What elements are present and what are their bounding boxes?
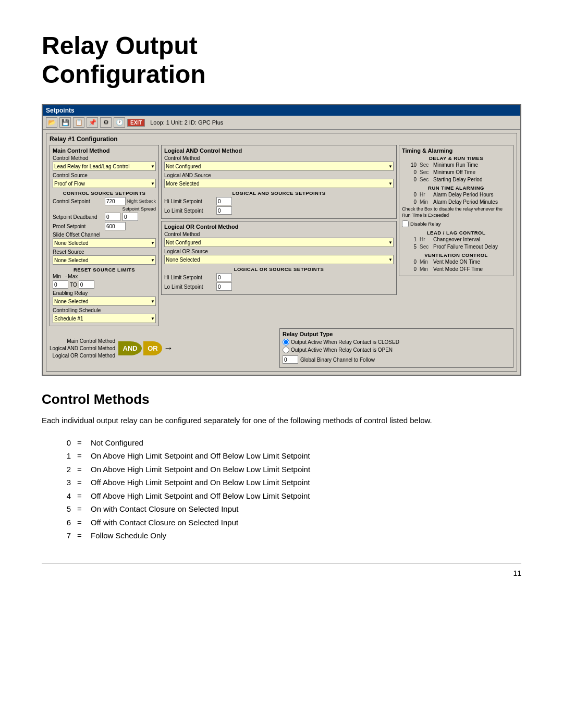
global-binary-input[interactable]	[283, 355, 298, 364]
toolbar-btn-save[interactable]: 💾	[59, 117, 71, 128]
exit-button[interactable]: EXIT	[127, 119, 145, 127]
control-method-select-wrapper[interactable]: Lead Relay for Lead/Lag Control	[53, 162, 156, 171]
setpoint-spread-label: Setpoint Spread	[53, 206, 156, 212]
or-source-select[interactable]: None Selected	[164, 255, 394, 264]
min-run-unit: Sec	[420, 162, 431, 168]
columns-row: Main Control Method Control Method Lead …	[50, 145, 513, 326]
setpoint-deadband-input[interactable]	[105, 213, 120, 221]
middle-column: Logical AND Control Method Control Metho…	[161, 145, 397, 295]
output-closed-radio[interactable]	[283, 339, 289, 346]
and-lo-label: Lo Limit Setpoint	[164, 208, 216, 214]
toolbar-btn-clock[interactable]: 🕐	[114, 117, 125, 128]
or-lo-limit-row: Lo Limit Setpoint	[164, 282, 394, 291]
proof-timeout-desc: Proof Failure Timeout Delay	[433, 244, 510, 250]
list-num-1: 1	[63, 449, 71, 463]
list-num-0: 0	[63, 436, 71, 450]
enabling-relay-select-wrapper[interactable]: None Selected	[53, 297, 156, 306]
proof-timeout-row: 5 Sec Proof Failure Timeout Delay	[402, 244, 510, 250]
or-control-method-select[interactable]: Not Configured	[164, 238, 394, 247]
and-lo-input[interactable]	[216, 206, 232, 215]
list-items: 0 = Not Configured 1 = On Above High Lim…	[63, 436, 521, 542]
slide-offset-label: Slide Offset Channel	[53, 232, 156, 238]
or-setpoints-title: LOGICAL OR SOURCE SETPOINTS	[164, 266, 394, 272]
and-source-select[interactable]: More Selected	[164, 179, 394, 188]
vent-on-unit: Min	[420, 259, 431, 265]
or-hi-label: Hi Limit Setpoint	[164, 275, 216, 280]
reset-source-label: Reset Source	[53, 249, 156, 255]
output-open-radio[interactable]	[283, 347, 289, 353]
alarm-hrs-desc: Alarm Delay Period Hours	[433, 192, 510, 198]
min-run-desc: Minimum Run Time	[433, 162, 510, 168]
control-method-select[interactable]: Lead Relay for Lead/Lag Control	[53, 162, 156, 171]
proof-setpoint-row: Proof Setpoint	[53, 222, 156, 230]
or-gate: OR	[143, 341, 162, 355]
alarm-min-row: 0 Min Alarm Delay Period Minutes	[402, 199, 510, 205]
list-num-6: 6	[63, 516, 71, 529]
disable-relay-row: Disable Relay	[402, 220, 510, 227]
list-item: 0 = Not Configured	[63, 436, 521, 450]
reset-min-input[interactable]	[53, 280, 68, 289]
and-control-method-select[interactable]: Not Configured	[164, 162, 394, 171]
arrow-right: →	[164, 343, 173, 354]
list-item: 4 = Off Above High Limit Setpoint and Of…	[63, 489, 521, 503]
setpoint-deadband-input2[interactable]	[123, 213, 138, 221]
setpoints-title: CONTROL SOURCE SETPOINTS	[53, 190, 156, 196]
logic-methods-labels: Main Control Method Logical AND Control …	[50, 338, 115, 359]
toolbar-loop-info: Loop: 1 Unit: 2 ID: GPC Plus	[150, 119, 223, 126]
app-window: Setpoints 📂 💾 📋 📌 ⚙ 🕐 EXIT Loop: 1 Unit:…	[42, 104, 521, 376]
lead-lag-title: LEAD / LAG CONTROL	[402, 230, 510, 236]
or-source-label: Logical OR Source	[164, 249, 394, 254]
proof-setpoint-input[interactable]	[105, 222, 126, 230]
title-bar: Setpoints	[43, 105, 520, 116]
and-source-label: Logical AND Source	[164, 172, 394, 178]
control-source-select-wrapper[interactable]: Proof of Flow	[53, 179, 156, 188]
page-title: Relay Output Configuration	[42, 31, 521, 89]
slide-offset-select-wrapper[interactable]: None Selected	[53, 238, 156, 248]
list-num-2: 2	[63, 463, 71, 476]
controlling-schedule-select[interactable]: Schedule #1	[53, 314, 156, 323]
proof-timeout-val: 5	[402, 244, 417, 250]
and-lo-limit-row: Lo Limit Setpoint	[164, 206, 394, 215]
main-control-panel: Main Control Method Control Method Lead …	[50, 145, 159, 326]
vent-off-val: 0	[402, 266, 417, 272]
body-text: Each individual output relay can be conf…	[42, 415, 521, 427]
relay-output-title: Relay Output Type	[283, 331, 510, 337]
reset-max-input[interactable]	[79, 280, 94, 289]
toolbar-btn-open[interactable]: 📂	[46, 117, 57, 128]
or-control-method-wrapper[interactable]: Not Configured	[164, 238, 394, 247]
controlling-schedule-select-wrapper[interactable]: Schedule #1	[53, 314, 156, 323]
list-text-5: On with Contact Closure on Selected Inpu…	[91, 502, 239, 516]
alarm-min-val: 0	[402, 199, 417, 205]
logical-and-title: Logical AND Control Method	[164, 147, 394, 154]
reset-max-label: Max	[68, 274, 79, 279]
disable-relay-checkbox[interactable]	[402, 220, 409, 227]
alarm-hrs-unit: Hr	[420, 192, 431, 198]
min-run-row: 10 Sec Minimum Run Time	[402, 162, 510, 168]
or-lo-input[interactable]	[216, 282, 232, 291]
toolbar-btn-paste[interactable]: 📌	[87, 117, 98, 128]
reset-source-select[interactable]: None Selected	[53, 255, 156, 265]
toolbar-btn-settings[interactable]: ⚙	[100, 117, 112, 128]
and-hi-input[interactable]	[216, 197, 232, 205]
and-source-select-wrapper[interactable]: More Selected	[164, 179, 394, 188]
or-source-select-wrapper[interactable]: None Selected	[164, 255, 394, 264]
control-source-select[interactable]: Proof of Flow	[53, 179, 156, 188]
list-text-0: Not Configured	[91, 436, 143, 450]
reset-values-row: TO	[53, 280, 156, 289]
to-label: TO	[70, 282, 77, 288]
min-off-unit: Sec	[420, 169, 431, 175]
enabling-relay-label: Enabling Relay	[53, 290, 156, 296]
or-method-label: Logical OR Control Method	[50, 353, 115, 359]
control-setpoint-input[interactable]	[105, 197, 126, 205]
or-hi-input[interactable]	[216, 273, 232, 281]
and-control-method-wrapper[interactable]: Not Configured	[164, 162, 394, 171]
enabling-relay-select[interactable]: None Selected	[53, 297, 156, 306]
vent-off-unit: Min	[420, 266, 431, 272]
slide-offset-select[interactable]: None Selected	[53, 238, 156, 248]
list-num-5: 5	[63, 502, 71, 516]
global-binary-row: Global Binary Channel to Follow	[283, 355, 510, 364]
and-control-method-label: Control Method	[164, 155, 394, 161]
alarm-hrs-row: 0 Hr Alarm Delay Period Hours	[402, 192, 510, 198]
reset-source-select-wrapper[interactable]: None Selected	[53, 255, 156, 265]
toolbar-btn-copy[interactable]: 📋	[73, 117, 84, 128]
